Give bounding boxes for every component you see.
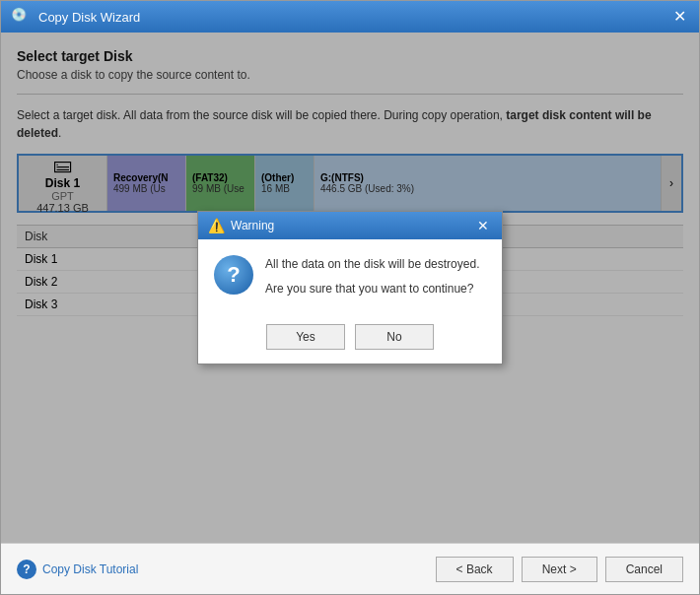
main-window: 💿 Copy Disk Wizard ✕ Select target Disk … [0, 0, 700, 595]
warning-title-icon: ⚠️ [208, 218, 225, 233]
question-icon: ? [214, 255, 253, 295]
modal-message-line2: Are you sure that you want to continue? [265, 280, 479, 298]
modal-body: ? All the data on the disk will be destr… [198, 239, 502, 314]
titlebar-left: 💿 Copy Disk Wizard [11, 7, 140, 27]
no-button[interactable]: No [355, 324, 434, 350]
next-button[interactable]: Next > [522, 557, 597, 582]
modal-title-left: ⚠️ Warning [208, 218, 274, 233]
footer: ? Copy Disk Tutorial < Back Next > Cance… [1, 543, 699, 594]
content-area: Select target Disk Choose a disk to copy… [1, 33, 699, 543]
modal-title-text: Warning [231, 219, 274, 232]
tutorial-link[interactable]: Copy Disk Tutorial [42, 562, 138, 576]
footer-left: ? Copy Disk Tutorial [17, 560, 138, 579]
modal-buttons: Yes No [198, 314, 502, 364]
close-button[interactable]: ✕ [669, 7, 689, 27]
modal-titlebar: ⚠️ Warning ✕ [198, 212, 502, 239]
warning-dialog: ⚠️ Warning ✕ ? All the data on the disk … [197, 211, 503, 364]
footer-right: < Back Next > Cancel [436, 557, 683, 582]
app-icon: 💿 [11, 7, 31, 27]
titlebar: 💿 Copy Disk Wizard ✕ [1, 1, 699, 33]
titlebar-title: Copy Disk Wizard [38, 10, 140, 25]
modal-close-button[interactable]: ✕ [474, 217, 492, 234]
modal-overlay: ⚠️ Warning ✕ ? All the data on the disk … [1, 33, 699, 543]
modal-message-line1: All the data on the disk will be destroy… [265, 255, 479, 274]
back-button[interactable]: < Back [436, 557, 514, 582]
yes-button[interactable]: Yes [266, 324, 345, 350]
cancel-button[interactable]: Cancel [605, 557, 683, 582]
help-icon[interactable]: ? [17, 560, 36, 579]
modal-message: All the data on the disk will be destroy… [265, 255, 479, 298]
